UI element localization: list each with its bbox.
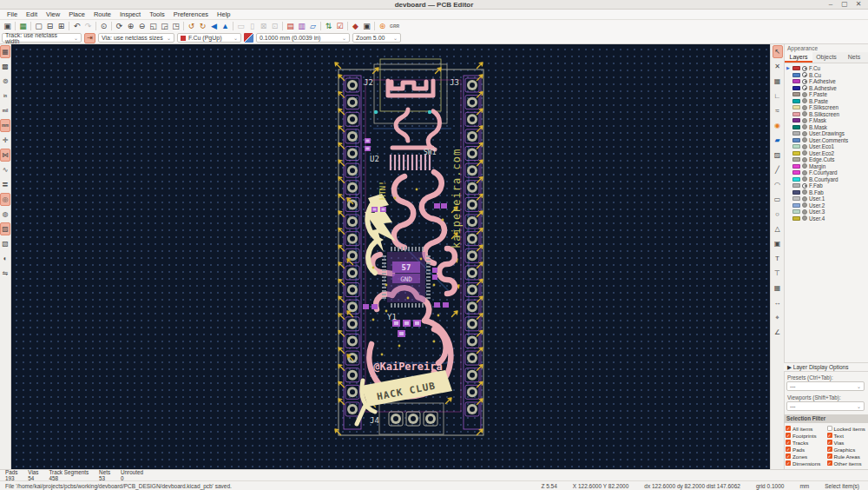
zone-fill-toggle[interactable]: ▨ bbox=[0, 222, 10, 235]
visibility-on-icon[interactable] bbox=[802, 72, 807, 77]
visibility-on-icon[interactable] bbox=[802, 79, 807, 84]
route-diff-pairs-tool[interactable]: ≈ bbox=[773, 104, 783, 117]
visibility-off-icon[interactable] bbox=[802, 202, 807, 208]
drc-warning-arrow-icon[interactable] bbox=[477, 245, 483, 251]
pad[interactable] bbox=[470, 168, 475, 173]
drc-warning-arrow-icon[interactable] bbox=[339, 126, 345, 132]
drc-warning-arrow-icon[interactable] bbox=[335, 63, 341, 69]
filter-pads[interactable]: ✓Pads bbox=[786, 446, 826, 453]
visibility-off-icon[interactable] bbox=[802, 111, 807, 116]
layer-row-b-paste[interactable]: B.Paste bbox=[786, 98, 868, 105]
pad[interactable] bbox=[350, 338, 355, 343]
layer-color-swatch[interactable] bbox=[792, 138, 800, 142]
filter-dimensions[interactable]: ✓Dimensions bbox=[786, 460, 826, 467]
layer-row-edge-cuts[interactable]: Edge.Cuts bbox=[786, 156, 868, 163]
menu-edit[interactable]: Edit bbox=[22, 10, 42, 20]
drc-warning-arrow-icon[interactable] bbox=[339, 75, 345, 81]
layer-color-swatch[interactable] bbox=[792, 105, 800, 109]
pad[interactable] bbox=[470, 151, 475, 156]
checkbox-checked-icon[interactable]: ✓ bbox=[827, 440, 832, 445]
layer-row-user-2[interactable]: User.2 bbox=[786, 202, 868, 209]
maximize-button[interactable]: ▢ bbox=[838, 0, 851, 10]
drc-warning-arrow-icon[interactable] bbox=[339, 194, 345, 200]
pad[interactable] bbox=[350, 270, 355, 275]
checkbox-checked-icon[interactable]: ✓ bbox=[786, 447, 791, 452]
drc-warning-arrow-icon[interactable] bbox=[452, 311, 458, 317]
unlock-button[interactable]: ⊡ bbox=[269, 21, 280, 31]
visibility-off-icon[interactable] bbox=[802, 131, 807, 136]
visibility-on-icon[interactable] bbox=[802, 183, 807, 189]
filter-tracks[interactable]: ✓Tracks bbox=[786, 439, 826, 446]
filter-zones[interactable]: ✓Zones bbox=[786, 453, 826, 460]
page-settings-button[interactable]: ▢ bbox=[33, 21, 44, 31]
visibility-off-icon[interactable] bbox=[802, 137, 807, 142]
place-footprint-tool[interactable]: ▦ bbox=[773, 75, 783, 88]
drc-warning-arrow-icon[interactable] bbox=[339, 143, 345, 149]
ratsnest-toggle[interactable]: ⋈ bbox=[0, 149, 10, 162]
layer-row-b-cu[interactable]: B.Cu bbox=[786, 72, 868, 79]
via-outline-toggle[interactable]: ◎ bbox=[0, 193, 10, 206]
print-button[interactable]: ⊟ bbox=[44, 21, 56, 31]
layer-color-swatch[interactable] bbox=[792, 79, 800, 83]
ic-footprint[interactable]: 57 GND bbox=[382, 247, 431, 308]
pad[interactable] bbox=[350, 151, 355, 156]
viewports-dropdown[interactable]: ---⌄ bbox=[786, 401, 865, 411]
drc-warning-arrow-icon[interactable] bbox=[477, 314, 483, 320]
drc-warning-arrow-icon[interactable] bbox=[477, 63, 483, 69]
drc-warning-arrow-icon[interactable] bbox=[339, 365, 345, 371]
units-mm-button[interactable]: mm bbox=[0, 119, 10, 132]
menu-help[interactable]: Help bbox=[213, 10, 234, 20]
layer-color-swatch[interactable] bbox=[792, 196, 800, 201]
place-via-tool[interactable]: ◉ bbox=[773, 119, 783, 132]
3d-viewer-button[interactable]: ▣ bbox=[361, 21, 372, 31]
layer-color-swatch[interactable] bbox=[792, 170, 800, 175]
drc-warning-arrow-icon[interactable] bbox=[477, 126, 483, 132]
visibility-off-icon[interactable] bbox=[802, 196, 807, 202]
update-pcb-button[interactable]: ⇅ bbox=[323, 21, 334, 31]
visibility-off-icon[interactable] bbox=[802, 170, 807, 175]
high-contrast-toggle[interactable]: ◐ bbox=[0, 252, 10, 265]
checkbox-checked-icon[interactable]: ✓ bbox=[827, 433, 832, 438]
menu-inspect[interactable]: Inspect bbox=[115, 10, 145, 20]
drc-warning-arrow-icon[interactable] bbox=[339, 348, 345, 354]
pad[interactable] bbox=[470, 219, 475, 224]
tab-objects[interactable]: Objects bbox=[812, 52, 840, 63]
draw-polygon-tool[interactable]: △ bbox=[773, 222, 783, 235]
menu-place[interactable]: Place bbox=[64, 10, 89, 20]
filter-graphics[interactable]: ✓Graphics bbox=[827, 446, 868, 453]
grid-size-dropdown[interactable]: 0.1000 mm (0.0039 in)⌄ bbox=[256, 33, 350, 43]
pad[interactable] bbox=[470, 389, 475, 394]
layer-row-f-paste[interactable]: F.Paste bbox=[786, 91, 868, 98]
checkbox-checked-icon[interactable]: ✓ bbox=[827, 447, 832, 452]
drc-warning-arrow-icon[interactable] bbox=[477, 330, 483, 336]
pad[interactable] bbox=[350, 168, 355, 173]
pad[interactable] bbox=[350, 236, 355, 242]
drc-warning-arrow-icon[interactable] bbox=[436, 68, 442, 74]
pad[interactable] bbox=[350, 134, 355, 139]
units-inches-button[interactable]: in bbox=[0, 89, 10, 103]
track-width-dropdown[interactable]: Track: use netclass width⌄ bbox=[2, 33, 82, 43]
pad[interactable] bbox=[470, 202, 475, 207]
drc-warning-arrow-icon[interactable] bbox=[477, 143, 483, 149]
auto-track-width-toggle[interactable]: ⇥ bbox=[84, 33, 95, 43]
layer-color-swatch[interactable] bbox=[792, 164, 800, 169]
pad[interactable] bbox=[470, 100, 475, 105]
checkbox-checked-icon[interactable]: ✓ bbox=[786, 460, 791, 466]
drc-warning-arrow-icon[interactable] bbox=[339, 160, 345, 166]
pad[interactable] bbox=[470, 270, 475, 275]
drc-warning-arrow-icon[interactable] bbox=[339, 211, 345, 217]
drc-warning-arrow-icon[interactable] bbox=[339, 177, 345, 183]
drc-warning-arrow-icon[interactable] bbox=[339, 381, 345, 387]
drc-warning-arrow-icon[interactable] bbox=[339, 330, 345, 336]
rotate-ccw-button[interactable]: ↺ bbox=[186, 21, 197, 31]
drc-warning-arrow-icon[interactable] bbox=[339, 296, 345, 302]
measure-tool[interactable]: ∠ bbox=[773, 326, 783, 339]
zoom-in-button[interactable]: ⊕ bbox=[125, 21, 136, 31]
pad[interactable] bbox=[470, 83, 475, 88]
layer-row-f-adhesive[interactable]: F.Adhesive bbox=[786, 78, 868, 85]
menu-preferences[interactable]: Preferences bbox=[169, 10, 213, 20]
tab-layers[interactable]: Layers bbox=[785, 52, 812, 63]
layer-color-swatch[interactable] bbox=[792, 190, 800, 195]
visibility-off-icon[interactable] bbox=[802, 163, 807, 169]
layer-color-swatch[interactable] bbox=[792, 99, 800, 103]
